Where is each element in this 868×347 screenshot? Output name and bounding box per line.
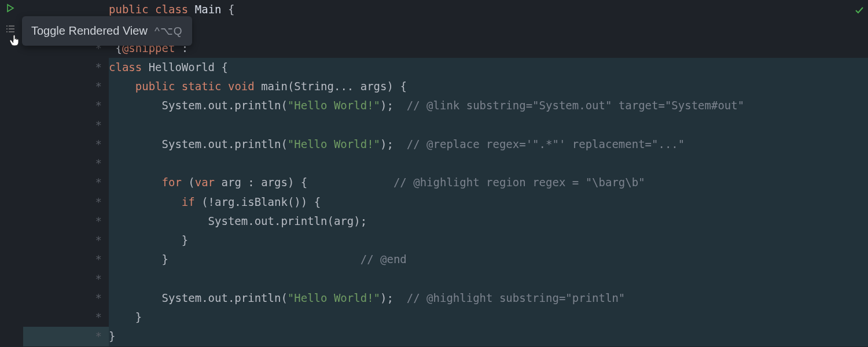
- code-content: {@snippet :: [109, 39, 868, 58]
- code-content: } // @end: [109, 250, 868, 269]
- code-content: }: [109, 231, 868, 250]
- code-content: public class Main {: [109, 0, 868, 19]
- doc-comment-star: *: [23, 289, 109, 308]
- code-content: [109, 154, 868, 173]
- code-content: class HelloWorld {: [109, 58, 868, 77]
- code-content: public static void main(String... args) …: [109, 77, 868, 96]
- doc-comment-star: *: [23, 96, 109, 115]
- code-line[interactable]: * public static void main(String... args…: [23, 77, 868, 96]
- doc-comment-star: *: [23, 212, 109, 231]
- doc-comment-star: *: [23, 154, 109, 173]
- code-line[interactable]: * }: [23, 308, 868, 327]
- code-content: [109, 270, 868, 289]
- run-icon[interactable]: [5, 2, 16, 14]
- code-line[interactable]: * System.out.println("Hello World!"); //…: [23, 289, 868, 308]
- doc-comment-star: *: [23, 327, 109, 346]
- code-line[interactable]: *class HelloWorld {: [23, 58, 868, 77]
- editor-gutter: [0, 0, 23, 347]
- code-line[interactable]: * } // @end: [23, 250, 868, 269]
- code-line[interactable]: * System.out.println(arg);: [23, 212, 868, 231]
- doc-comment-star: *: [23, 58, 109, 77]
- doc-comment-star: *: [23, 270, 109, 289]
- code-line[interactable]: *}: [23, 327, 868, 346]
- code-content: System.out.println(arg);: [109, 212, 868, 231]
- toggle-rendered-view-icon[interactable]: [5, 23, 16, 35]
- code-content: for (var arg : args) { // @highlight reg…: [109, 173, 868, 192]
- doc-comment-star: *: [23, 173, 109, 192]
- code-line[interactable]: *: [23, 116, 868, 135]
- doc-comment-star: *: [23, 116, 109, 135]
- doc-comment-star: *: [23, 135, 109, 154]
- code-content: System.out.println("Hello World!"); // @…: [109, 96, 868, 115]
- code-editor[interactable]: public class Main {* /*** {@snippet :*cl…: [23, 0, 868, 346]
- code-line[interactable]: * for (var arg : args) { // @highlight r…: [23, 173, 868, 192]
- code-line[interactable]: * }: [23, 231, 868, 250]
- code-line[interactable]: * if (!arg.isBlank()) {: [23, 193, 868, 212]
- code-line[interactable]: *: [23, 154, 868, 173]
- doc-comment-star: *: [23, 250, 109, 269]
- tooltip-label: Toggle Rendered View: [31, 21, 148, 41]
- code-line[interactable]: * System.out.println("Hello World!"); //…: [23, 135, 868, 154]
- tooltip-shortcut: ^⌥Q: [155, 21, 183, 40]
- doc-comment-star: *: [23, 308, 109, 327]
- code-content: System.out.println("Hello World!"); // @…: [109, 135, 868, 154]
- doc-comment-star: *: [23, 193, 109, 212]
- code-content: System.out.println("Hello World!"); // @…: [109, 289, 868, 308]
- code-line[interactable]: *: [23, 270, 868, 289]
- doc-comment-star: *: [23, 231, 109, 250]
- code-line[interactable]: * System.out.println("Hello World!"); //…: [23, 96, 868, 115]
- code-content: }: [109, 327, 868, 346]
- code-content: [109, 116, 868, 135]
- doc-comment-star: *: [23, 77, 109, 96]
- status-ok-icon: [854, 2, 865, 21]
- tooltip-toggle-rendered-view: Toggle Rendered View ^⌥Q: [22, 16, 192, 46]
- code-content: /**: [109, 19, 868, 38]
- code-content: }: [109, 308, 868, 327]
- code-content: if (!arg.isBlank()) {: [109, 193, 868, 212]
